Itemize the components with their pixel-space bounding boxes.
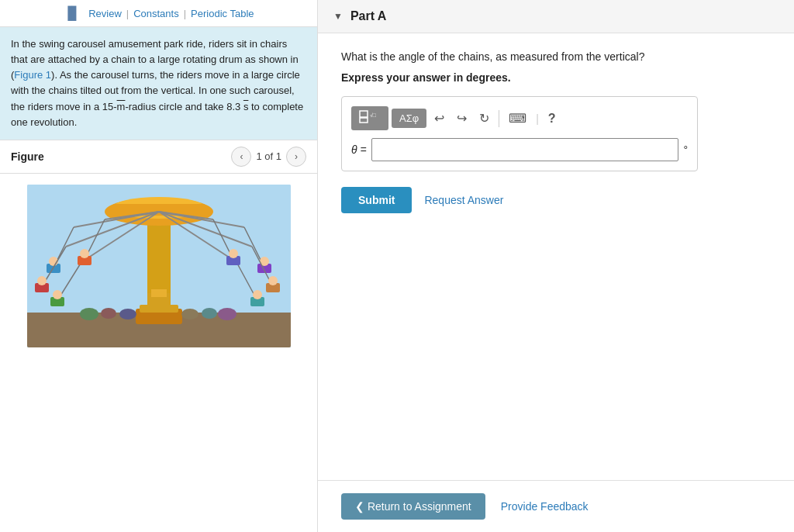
svg-point-42 — [80, 308, 98, 320]
review-link[interactable]: Review — [88, 8, 122, 19]
prev-figure-btn[interactable]: ‹ — [231, 147, 251, 167]
action-row: Submit Request Answer — [341, 187, 771, 213]
reset-btn[interactable]: ↻ — [475, 108, 494, 129]
svg-point-44 — [119, 309, 136, 320]
figure-section: Figure ‹ 1 of 1 › — [0, 140, 317, 532]
help-btn[interactable]: ? — [544, 109, 561, 129]
keyboard-btn[interactable]: ⌨ — [504, 108, 531, 129]
carousel-svg — [27, 185, 291, 347]
svg-rect-48 — [360, 111, 368, 117]
right-panel: ▼ Part A What is the angle of the chains… — [318, 0, 794, 532]
svg-point-47 — [218, 308, 236, 320]
fraction-sqrt-btn[interactable]: √□ — [351, 106, 388, 130]
svg-point-22 — [53, 290, 62, 299]
collapse-arrow-icon[interactable]: ▼ — [333, 11, 343, 22]
redo-btn[interactable]: ↪ — [452, 108, 471, 129]
part-header: ▼ Part A — [318, 0, 794, 33]
separator-1: | — [126, 8, 129, 19]
book-icon: ▐▌ — [63, 6, 81, 20]
answer-box: √□ ΑΣφ ↩ ↪ ↻ ⌨ | ? θ = ° — [341, 96, 698, 171]
svg-point-41 — [229, 249, 238, 258]
svg-point-28 — [268, 276, 278, 285]
toolbar-separator — [499, 110, 499, 127]
context-text-content: In the swing carousel amusement park rid… — [11, 38, 303, 128]
figure-title: Figure — [11, 150, 44, 163]
symbol-btn[interactable]: ΑΣφ — [392, 109, 426, 128]
figure-image-area — [0, 174, 317, 358]
svg-point-31 — [253, 290, 262, 299]
constants-link[interactable]: Constants — [133, 8, 179, 19]
theta-label: θ = — [351, 143, 367, 156]
request-answer-link[interactable]: Request Answer — [424, 194, 503, 206]
provide-feedback-link[interactable]: Provide Feedback — [501, 500, 589, 513]
return-to-assignment-btn[interactable]: ❮ Return to Assignment — [341, 493, 485, 520]
toolbar-pipe: | — [534, 112, 540, 125]
answer-instruction: Express your answer in degrees. — [341, 71, 771, 84]
svg-point-46 — [202, 308, 217, 319]
s-unit: s — [243, 101, 249, 112]
context-text: In the swing carousel amusement park rid… — [0, 27, 317, 140]
page-indicator: 1 of 1 — [256, 150, 281, 162]
answer-input[interactable] — [371, 138, 679, 161]
next-figure-btn[interactable]: › — [286, 147, 306, 167]
undo-btn[interactable]: ↩ — [430, 108, 449, 129]
degree-symbol: ° — [683, 143, 688, 156]
svg-point-43 — [101, 308, 116, 319]
svg-point-19 — [37, 276, 47, 285]
bottom-bar: ❮ Return to Assignment Provide Feedback — [318, 480, 794, 532]
periodic-table-link[interactable]: Periodic Table — [191, 8, 254, 19]
answer-toolbar: √□ ΑΣφ ↩ ↪ ↻ ⌨ | ? — [351, 106, 688, 130]
m-unit: m — [117, 101, 126, 112]
figure-nav: ‹ 1 of 1 › — [231, 147, 306, 167]
carousel-image — [27, 185, 291, 347]
part-title: Part A — [350, 9, 387, 23]
top-bar: ▐▌ Review | Constants | Periodic Table — [0, 0, 317, 27]
svg-text:√□: √□ — [370, 112, 377, 118]
question-text: What is the angle of the chains, as meas… — [341, 49, 771, 65]
svg-point-38 — [80, 249, 89, 258]
svg-rect-35 — [151, 289, 167, 297]
svg-rect-5 — [112, 204, 205, 216]
svg-point-45 — [181, 309, 198, 320]
figure-header: Figure ‹ 1 of 1 › — [0, 140, 317, 174]
left-panel: ▐▌ Review | Constants | Periodic Table I… — [0, 0, 318, 532]
figure1-link[interactable]: Figure 1 — [14, 69, 51, 81]
part-content: What is the angle of the chains, as meas… — [318, 33, 794, 480]
submit-btn[interactable]: Submit — [341, 187, 412, 213]
svg-rect-49 — [360, 118, 368, 123]
input-row: θ = ° — [351, 138, 688, 161]
separator-2: | — [184, 8, 186, 19]
